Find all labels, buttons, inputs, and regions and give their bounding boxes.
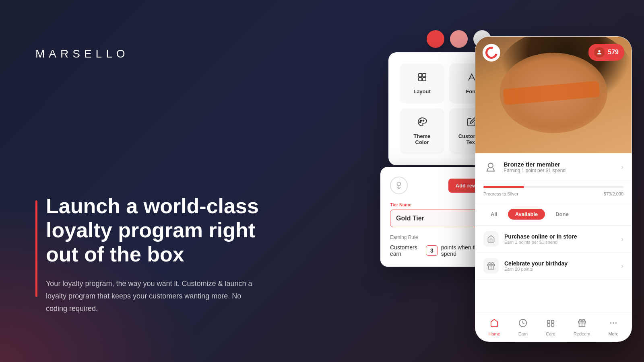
- svg-rect-15: [551, 320, 554, 323]
- reward-item-left: Purchase online or in store Earn 1 point…: [483, 231, 577, 247]
- layout-icon: [417, 72, 427, 84]
- tab-all[interactable]: All: [483, 209, 505, 220]
- svg-point-6: [420, 120, 421, 121]
- progress-labels: Progress to Silver 579/2,000: [483, 191, 623, 196]
- tier-name-value: Gold Tier: [396, 215, 424, 222]
- tab-available-label: Available: [515, 211, 538, 217]
- nav-redeem[interactable]: Redeem: [574, 319, 590, 336]
- filter-tabs: All Available Done: [475, 203, 632, 226]
- nav-redeem-label: Redeem: [574, 331, 590, 336]
- reward-purchase-subtitle: Earn 1 points per $1 spend: [504, 240, 577, 245]
- nav-more[interactable]: More: [608, 319, 618, 336]
- layout-tile[interactable]: Layout: [400, 64, 444, 103]
- svg-point-9: [599, 50, 601, 52]
- svg-rect-14: [547, 320, 550, 323]
- tier-earning: Earning 1 point per $1 spend: [504, 168, 566, 173]
- accent-bar: [35, 200, 37, 297]
- svg-rect-0: [419, 74, 422, 77]
- earning-prefix: Customers earn: [390, 244, 423, 257]
- redeem-icon: [578, 319, 586, 330]
- birthday-chevron: ›: [621, 262, 623, 270]
- points-badge: 579: [588, 44, 624, 61]
- svg-point-7: [423, 120, 424, 121]
- tab-done[interactable]: Done: [548, 209, 576, 220]
- svg-point-5: [419, 122, 421, 123]
- reward-birthday-subtitle: Earn 20 points: [504, 267, 568, 272]
- theme-color-tile[interactable]: Theme Color: [400, 108, 444, 154]
- progress-label: Progress to Silver: [483, 191, 518, 196]
- tab-done-label: Done: [555, 211, 569, 217]
- svg-rect-1: [423, 74, 426, 77]
- progress-bar-fill: [483, 186, 524, 188]
- progress-bar-bg: [483, 186, 623, 188]
- earn-icon: [518, 319, 527, 330]
- svg-rect-3: [423, 78, 426, 81]
- palette-icon: [417, 117, 427, 129]
- medal-icon: [483, 160, 498, 174]
- tier-icon: [390, 177, 408, 194]
- tier-info-left: Bronze tier member Earning 1 point per $…: [483, 160, 566, 174]
- reward-birthday-title: Celebrate your birthday: [504, 260, 568, 267]
- logo: MARSELLO: [35, 47, 129, 60]
- earning-points-badge[interactable]: 3: [426, 245, 438, 256]
- color-dot-red[interactable]: [427, 30, 444, 48]
- tier-text: Bronze tier member Earning 1 point per $…: [504, 161, 566, 173]
- svg-rect-2: [419, 78, 422, 81]
- home-icon: [490, 319, 499, 330]
- purchase-chevron: ›: [621, 235, 623, 243]
- theme-color-tile-label: Theme Color: [406, 133, 438, 145]
- points-count: 579: [608, 49, 619, 56]
- svg-rect-17: [551, 323, 554, 326]
- svg-point-10: [488, 163, 493, 168]
- reward-birthday-text: Celebrate your birthday Earn 20 points: [504, 260, 568, 272]
- nav-earn[interactable]: Earn: [518, 319, 528, 336]
- nav-card-label: Card: [546, 331, 555, 336]
- svg-point-21: [615, 323, 616, 323]
- donut-logo: [483, 45, 500, 61]
- nav-home[interactable]: Home: [488, 319, 500, 336]
- headline-title: Launch a world-class loyalty program rig…: [46, 194, 263, 266]
- svg-point-8: [397, 182, 400, 186]
- app-logo: [483, 44, 500, 62]
- reward-item-purchase[interactable]: Purchase online or in store Earn 1 point…: [475, 226, 632, 253]
- layout-tile-label: Layout: [413, 88, 431, 95]
- nav-card[interactable]: Card: [546, 319, 555, 336]
- nav-home-label: Home: [488, 331, 500, 336]
- mobile-mockup: 579 Bronze tier member Earning 1 point p…: [475, 36, 632, 342]
- reward-purchase-text: Purchase online or in store Earn 1 point…: [504, 233, 577, 245]
- tier-info-row[interactable]: Bronze tier member Earning 1 point per $…: [475, 153, 632, 181]
- tier-name: Bronze tier member: [504, 161, 566, 168]
- reward-item-birthday[interactable]: Celebrate your birthday Earn 20 points ›: [475, 253, 632, 280]
- headline-description: Your loyalty program, the way you want i…: [46, 278, 263, 315]
- more-icon: [609, 319, 618, 330]
- color-dot-pink[interactable]: [450, 30, 468, 48]
- gift-icon-box: [483, 258, 499, 274]
- reward-purchase-title: Purchase online or in store: [504, 233, 577, 240]
- tab-all-label: All: [491, 211, 497, 217]
- logo-text: MARSELLO: [35, 47, 129, 60]
- card-icon: [546, 319, 555, 330]
- store-icon-box: [483, 231, 499, 247]
- user-avatar: [594, 47, 605, 58]
- headline: Launch a world-class loyalty program rig…: [46, 194, 263, 315]
- svg-point-20: [613, 323, 614, 323]
- tab-available[interactable]: Available: [508, 209, 545, 220]
- reward-birthday-left: Celebrate your birthday Earn 20 points: [483, 258, 568, 274]
- app-body: Bronze tier member Earning 1 point per $…: [475, 153, 632, 313]
- nav-more-label: More: [608, 331, 618, 336]
- progress-section: Progress to Silver 579/2,000: [475, 181, 632, 203]
- nav-earn-label: Earn: [518, 331, 528, 336]
- tier-chevron: ›: [621, 163, 623, 171]
- app-nav: Home Earn Card: [475, 313, 632, 341]
- svg-rect-16: [547, 323, 550, 326]
- progress-value: 579/2,000: [604, 191, 623, 196]
- app-hero: 579: [475, 37, 632, 153]
- svg-point-22: [611, 323, 611, 323]
